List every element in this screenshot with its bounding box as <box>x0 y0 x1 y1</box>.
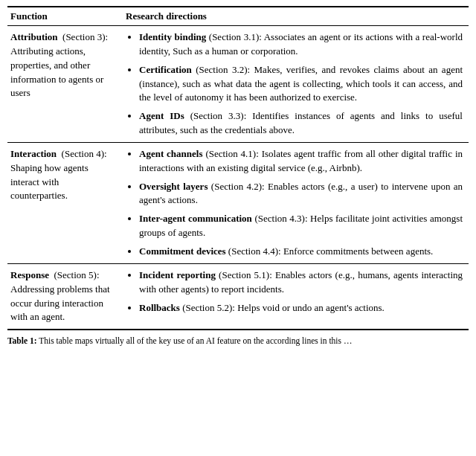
item-section: (Section 3.3) <box>190 110 244 121</box>
table-row: Attribution (Section 3): Attributing act… <box>7 26 469 143</box>
item-section: (Section 4.2) <box>211 181 262 192</box>
item-section: (Section 4.1) <box>205 148 256 159</box>
item-desc: Identifies instances of agents and links… <box>139 110 463 135</box>
function-title: Interaction <box>10 148 57 159</box>
function-desc: Shaping how agents interact with counter… <box>10 162 89 202</box>
function-cell: Response (Section 5): Addressing problem… <box>7 263 123 330</box>
item-title: Agent IDs <box>139 110 184 121</box>
header-research: Research directions <box>123 7 469 26</box>
list-item: Inter-agent communication (Section 4.3):… <box>139 212 463 240</box>
item-title: Incident reporting <box>139 269 216 280</box>
item-section: (Section 4.3) <box>254 213 304 224</box>
table-row: Interaction (Section 4): Shaping how age… <box>7 142 469 263</box>
item-desc: Enforce commitments between agents. <box>283 245 433 257</box>
item-desc: Helps void or undo an agent's actions. <box>237 302 385 313</box>
list-item: Agent channels (Section 4.1): Isolates a… <box>139 147 463 176</box>
item-title: Certification <box>139 64 192 75</box>
item-section: (Section 3.1) <box>209 31 259 42</box>
item-title: Identity binding <box>139 31 206 42</box>
item-title: Agent channels <box>139 148 203 159</box>
header-function: Function <box>7 7 123 26</box>
function-title: Response <box>10 269 49 280</box>
function-title: Attribution <box>10 31 58 42</box>
function-section: (Section 5) <box>54 269 97 280</box>
function-section: (Section 4) <box>62 148 104 159</box>
item-title: Rollbacks <box>139 302 180 313</box>
function-desc: Addressing problems that occur during in… <box>10 283 110 323</box>
item-section: (Section 5.2) <box>182 302 232 313</box>
list-item: Incident reporting (Section 5.1): Enable… <box>139 269 463 297</box>
item-section: (Section 5.1) <box>219 269 269 280</box>
item-section: (Section 3.2) <box>196 64 247 75</box>
item-title: Oversight layers <box>139 181 208 192</box>
main-table: Function Research directions Attribution… <box>7 6 469 330</box>
table-row: Response (Section 5): Addressing problem… <box>7 263 469 330</box>
function-desc: Attributing actions, properties, and oth… <box>10 45 103 99</box>
research-cell: Agent channels (Section 4.1): Isolates a… <box>123 142 469 263</box>
research-cell: Identity binding (Section 3.1): Associat… <box>123 26 469 143</box>
list-item: Certification (Section 3.2): Makes, veri… <box>139 63 463 106</box>
table-caption: Table 1: This table maps virtually all o… <box>7 336 469 345</box>
caption-label: Table 1: <box>7 336 37 345</box>
function-cell: Attribution (Section 3): Attributing act… <box>7 26 123 143</box>
function-section: (Section 3) <box>62 31 105 42</box>
list-item: Oversight layers (Section 4.2): Enables … <box>139 180 463 208</box>
list-item: Rollbacks (Section 5.2): Helps void or u… <box>139 301 463 315</box>
function-cell: Interaction (Section 4): Shaping how age… <box>7 142 123 263</box>
list-item: Agent IDs (Section 3.3): Identifies inst… <box>139 109 463 138</box>
item-title: Commitment devices <box>139 245 226 257</box>
item-title: Inter-agent communication <box>139 213 252 224</box>
caption-text: This table maps virtually all of the key… <box>39 336 352 345</box>
list-item: Commitment devices (Section 4.4): Enforc… <box>139 245 463 259</box>
item-section: (Section 4.4) <box>228 245 278 257</box>
research-cell: Incident reporting (Section 5.1): Enable… <box>123 263 469 330</box>
list-item: Identity binding (Section 3.1): Associat… <box>139 30 463 59</box>
